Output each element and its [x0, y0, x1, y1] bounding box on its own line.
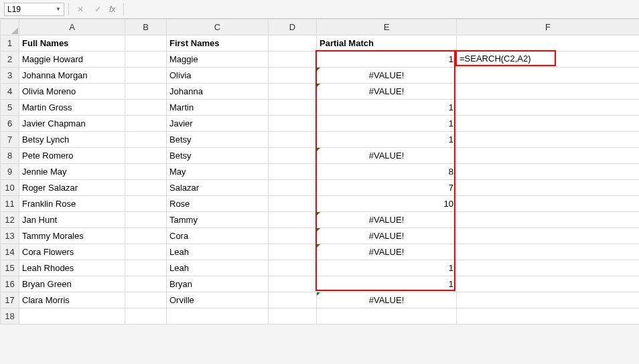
- cell-error[interactable]: #VALUE!: [317, 84, 457, 100]
- cell-first-name[interactable]: Orville: [167, 292, 269, 308]
- cell-result[interactable]: 1: [317, 132, 457, 148]
- select-all-corner[interactable]: [1, 19, 19, 35]
- cell[interactable]: [125, 292, 167, 308]
- cell[interactable]: [125, 228, 167, 244]
- cell[interactable]: [457, 68, 640, 84]
- row-header[interactable]: 13: [1, 228, 19, 244]
- cell[interactable]: [125, 196, 167, 212]
- row-header[interactable]: 16: [1, 276, 19, 292]
- cell[interactable]: [19, 308, 125, 325]
- cell[interactable]: [269, 292, 317, 308]
- cell-first-name[interactable]: Bryan: [167, 276, 269, 292]
- cell-first-name[interactable]: Johanna: [167, 84, 269, 100]
- cell[interactable]: [317, 308, 457, 325]
- header-partial-match[interactable]: Partial Match: [317, 35, 457, 52]
- cell[interactable]: [269, 35, 317, 52]
- cell[interactable]: [269, 164, 317, 180]
- cell[interactable]: [457, 276, 640, 292]
- cell[interactable]: [125, 116, 167, 132]
- cell[interactable]: [269, 148, 317, 164]
- cell-first-name[interactable]: Olivia: [167, 68, 269, 84]
- cell-result[interactable]: 8: [317, 164, 457, 180]
- row-header[interactable]: 12: [1, 212, 19, 228]
- cell-error[interactable]: #VALUE!: [317, 68, 457, 84]
- cell-error[interactable]: #VALUE!: [317, 244, 457, 260]
- cell[interactable]: [457, 292, 640, 308]
- cell-result[interactable]: 10: [317, 196, 457, 212]
- cell[interactable]: [457, 212, 640, 228]
- cell-result[interactable]: 7: [317, 180, 457, 196]
- row-header[interactable]: 9: [1, 164, 19, 180]
- cell-result[interactable]: 1: [317, 276, 457, 292]
- cell[interactable]: [125, 244, 167, 260]
- cell[interactable]: [269, 100, 317, 116]
- cell-error[interactable]: #VALUE!: [317, 228, 457, 244]
- cell[interactable]: [125, 68, 167, 84]
- cell-first-name[interactable]: May: [167, 164, 269, 180]
- col-header-d[interactable]: D: [269, 19, 317, 35]
- cancel-icon[interactable]: ✕: [73, 3, 88, 15]
- row-header[interactable]: 1: [1, 35, 19, 52]
- row-header[interactable]: 2: [1, 52, 19, 68]
- header-first-names[interactable]: First Names: [167, 35, 269, 52]
- col-header-b[interactable]: B: [125, 19, 167, 35]
- cell[interactable]: [269, 260, 317, 276]
- cell[interactable]: [457, 180, 640, 196]
- cell[interactable]: [125, 84, 167, 100]
- cell[interactable]: [269, 228, 317, 244]
- cell-full-name[interactable]: Johanna Morgan: [19, 68, 125, 84]
- cell-error[interactable]: #VALUE!: [317, 148, 457, 164]
- cell[interactable]: [125, 180, 167, 196]
- row-header[interactable]: 6: [1, 116, 19, 132]
- cell[interactable]: [269, 68, 317, 84]
- cell[interactable]: [125, 132, 167, 148]
- cell-first-name[interactable]: Leah: [167, 260, 269, 276]
- col-header-a[interactable]: A: [19, 19, 125, 35]
- cell[interactable]: [457, 308, 640, 325]
- row-header[interactable]: 10: [1, 180, 19, 196]
- cell[interactable]: [125, 148, 167, 164]
- col-header-e[interactable]: E: [317, 19, 457, 35]
- cell-first-name[interactable]: Rose: [167, 196, 269, 212]
- row-header[interactable]: 18: [1, 308, 19, 325]
- cell-result[interactable]: 1: [317, 100, 457, 116]
- cell[interactable]: [269, 132, 317, 148]
- row-header[interactable]: 17: [1, 292, 19, 308]
- cell[interactable]: [457, 100, 640, 116]
- row-header[interactable]: 3: [1, 68, 19, 84]
- cell-result[interactable]: 1: [317, 116, 457, 132]
- cell[interactable]: [269, 212, 317, 228]
- cell[interactable]: [125, 100, 167, 116]
- cell-first-name[interactable]: Betsy: [167, 148, 269, 164]
- chevron-down-icon[interactable]: ▼: [56, 6, 61, 12]
- cell-full-name[interactable]: Betsy Lynch: [19, 132, 125, 148]
- cell[interactable]: [457, 116, 640, 132]
- row-header[interactable]: 7: [1, 132, 19, 148]
- cell-full-name[interactable]: Martin Gross: [19, 100, 125, 116]
- enter-icon[interactable]: ✓: [90, 3, 105, 15]
- cell[interactable]: [125, 308, 167, 325]
- cell[interactable]: [269, 276, 317, 292]
- row-header[interactable]: 15: [1, 260, 19, 276]
- cell[interactable]: [269, 196, 317, 212]
- fx-icon[interactable]: fx: [108, 5, 119, 14]
- row-header[interactable]: 4: [1, 84, 19, 100]
- cell[interactable]: [125, 52, 167, 68]
- cell[interactable]: [457, 228, 640, 244]
- cell[interactable]: [269, 84, 317, 100]
- cell[interactable]: [125, 164, 167, 180]
- row-header[interactable]: 5: [1, 100, 19, 116]
- cell[interactable]: [125, 212, 167, 228]
- col-header-c[interactable]: C: [167, 19, 269, 35]
- cell-first-name[interactable]: Cora: [167, 228, 269, 244]
- cell[interactable]: [125, 260, 167, 276]
- cell[interactable]: [457, 84, 640, 100]
- col-header-f[interactable]: F: [457, 19, 640, 35]
- cell[interactable]: [269, 52, 317, 68]
- cell-full-name[interactable]: Clara Morris: [19, 292, 125, 308]
- cell-first-name[interactable]: Maggie: [167, 52, 269, 68]
- cell-first-name[interactable]: Leah: [167, 244, 269, 260]
- cell-full-name[interactable]: Olivia Moreno: [19, 84, 125, 100]
- cell-error[interactable]: #VALUE!: [317, 212, 457, 228]
- cell-full-name[interactable]: Bryan Green: [19, 276, 125, 292]
